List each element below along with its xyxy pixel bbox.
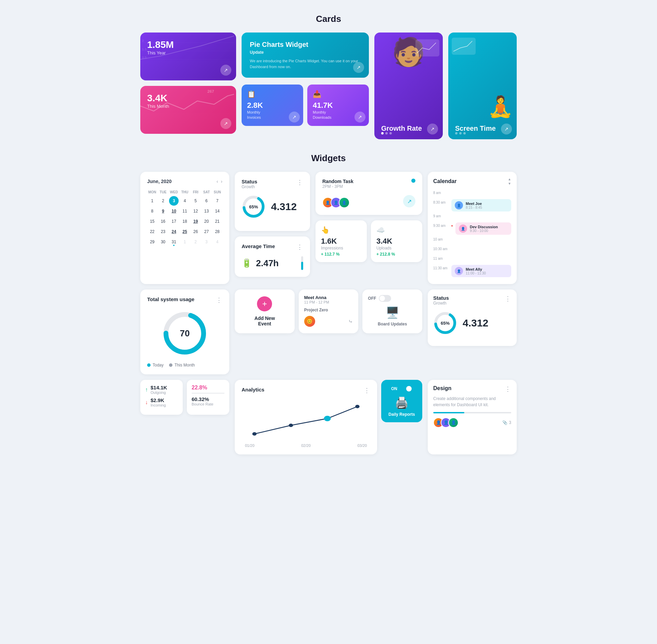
cal-d7[interactable]: 7 <box>212 196 222 206</box>
cal-d19[interactable]: 19 <box>191 217 201 226</box>
design-menu[interactable]: ⋮ <box>505 385 511 393</box>
share-icon[interactable]: ⤷ <box>348 318 353 325</box>
cal-d17[interactable]: 17 <box>169 217 179 226</box>
cal-d-f2[interactable]: 2 <box>191 237 201 247</box>
cal-title: June, 2020 <box>147 179 172 184</box>
timeline-time-11am: 11 am <box>433 255 449 260</box>
cal-d8[interactable]: 8 <box>147 206 157 216</box>
timeline-event-meetally[interactable]: 👤 Meet Ally 11:00 - 11:30 <box>451 265 511 277</box>
cal-d22[interactable]: 22 <box>147 227 157 236</box>
cal-d28[interactable]: 28 <box>212 227 222 236</box>
timeline-event-meetjoe[interactable]: 👤 Meet Joe 8:15 - 8:45 <box>451 199 511 211</box>
daily-reports-widget[interactable]: ON 🖨️ Daily Reports <box>381 380 422 422</box>
off-toggle-header: OFF <box>368 295 417 302</box>
finance-bounce: 22.8% 60.32% Bounce Rate <box>187 380 229 415</box>
cal-d14[interactable]: 14 <box>212 206 222 216</box>
cal-next[interactable]: › <box>221 179 222 184</box>
daily-toggle-switch[interactable] <box>400 385 412 392</box>
screentime-label: Screen Time <box>455 125 496 132</box>
svg-point-17 <box>252 432 257 436</box>
status-sm-menu[interactable]: ⋮ <box>505 295 511 302</box>
cal-d-f3[interactable]: 3 <box>202 237 211 247</box>
pie-widget-title: Pie Charts Widget <box>250 41 361 49</box>
downloads-arrow[interactable]: ↗ <box>355 112 365 123</box>
impressions-icon: 👆 <box>321 226 361 234</box>
cal-d-f4[interactable]: 4 <box>212 237 222 247</box>
cal-d2[interactable]: 2 <box>158 196 168 206</box>
outgoing-item: ↑ $14.1K Outgoing <box>145 385 178 395</box>
downloads-icon: 📥 <box>313 90 363 98</box>
legend-today-label: Today <box>153 363 164 368</box>
daily-toggle-header: ON <box>387 385 417 392</box>
svg-rect-7 <box>415 39 439 56</box>
devdiscussion-title: Dev Discussion <box>470 225 498 229</box>
design-avatars: 👤 👤 👤 <box>433 417 459 428</box>
purple-card-arrow[interactable]: ↗ <box>220 65 231 76</box>
dot-2 <box>385 132 388 134</box>
calendar-small-widget: June, 2020 ‹ › MON TUE WED THU FRI SAT S… <box>140 172 229 284</box>
cal-prev[interactable]: ‹ <box>217 179 218 184</box>
uploads-value: 3.4K <box>376 237 417 246</box>
growth-arrow[interactable]: ↗ <box>427 124 438 134</box>
status-value: 4.312 <box>271 201 297 212</box>
cal-d11[interactable]: 11 <box>180 206 190 216</box>
widgets-row1: June, 2020 ‹ › MON TUE WED THU FRI SAT S… <box>140 172 517 284</box>
cal-d20[interactable]: 20 <box>202 217 211 226</box>
cal-d27[interactable]: 27 <box>202 227 211 236</box>
pink-card-arrow[interactable]: ↗ <box>220 118 231 129</box>
cal-nav[interactable]: ‹ › <box>217 179 222 184</box>
cal-d18[interactable]: 18 <box>180 217 190 226</box>
task-arrow[interactable]: ↗ <box>403 195 415 207</box>
cal-d12[interactable]: 12 <box>191 206 201 216</box>
cal-d6[interactable]: 6 <box>202 196 211 206</box>
cal-d15[interactable]: 15 <box>147 217 157 226</box>
cal-d29[interactable]: 29 <box>147 237 157 247</box>
cal-d3[interactable]: 3 <box>169 196 179 206</box>
cal-d26[interactable]: 26 <box>191 227 201 236</box>
status-menu[interactable]: ⋮ <box>297 179 303 186</box>
pie-widget-arrow[interactable]: ↗ <box>353 62 364 73</box>
purple-card: 2 1.5 0.5 1.85M This Year ↗ <box>140 33 236 80</box>
cal-d-f1[interactable]: 1 <box>180 237 190 247</box>
invoices-arrow[interactable]: ↗ <box>289 112 300 123</box>
avg-time-menu[interactable]: ⋮ <box>297 243 303 251</box>
cal-day-fri: FRI <box>191 189 201 195</box>
cal-timeline-title: Calendar <box>433 178 456 184</box>
cal-d24[interactable]: 24 <box>169 227 179 236</box>
legend-today-dot <box>147 363 151 367</box>
svg-text:267: 267 <box>207 89 214 93</box>
cal-d13[interactable]: 13 <box>202 206 211 216</box>
cal-d1[interactable]: 1 <box>147 196 157 206</box>
cards-col1: 2 1.5 0.5 1.85M This Year ↗ 267 3.4K Thi… <box>140 33 236 134</box>
pie-widget-desc: We are introducing the Pie Charts Widget… <box>250 58 361 69</box>
downloads-card: 📥 41.7K MonthlyDownloads ↗ <box>307 85 369 126</box>
screentime-arrow[interactable]: ↗ <box>501 124 512 134</box>
system-usage-menu[interactable]: ⋮ <box>216 296 222 304</box>
add-event-plus-icon: + <box>257 296 272 311</box>
cal-timeline-nav[interactable]: ▲ ▼ <box>508 177 511 185</box>
svg-text:1.5: 1.5 <box>142 47 147 51</box>
svg-point-19 <box>324 416 331 421</box>
pink-card-label: This Month <box>147 104 229 109</box>
cal-d10[interactable]: 10 <box>169 206 179 216</box>
status-donut: 65% <box>242 195 266 219</box>
cal-d16[interactable]: 16 <box>158 217 168 226</box>
cal-d4[interactable]: 4 <box>180 196 190 206</box>
timeline-event-devdiscussion[interactable]: 👤 Dev Discussion 9:30 - 10:00 <box>455 222 511 235</box>
status-subtitle: Growth <box>242 184 257 189</box>
cal-d9[interactable]: 9 <box>158 206 168 216</box>
cal-d23[interactable]: 23 <box>158 227 168 236</box>
cal-d5[interactable]: 5 <box>191 196 201 206</box>
cal-d21[interactable]: 21 <box>212 217 222 226</box>
status-title-group: Status Growth <box>242 179 257 189</box>
off-toggle-switch[interactable] <box>379 295 391 302</box>
cal-d25[interactable]: 25 <box>180 227 190 236</box>
cal-d30[interactable]: 30 <box>158 237 168 247</box>
analytics-menu[interactable]: ⋮ <box>364 387 370 394</box>
status-sm-value: 4.312 <box>463 317 488 329</box>
add-event-widget[interactable]: + Add New Event <box>235 289 295 333</box>
cal-d31[interactable]: 31 <box>169 237 179 247</box>
avg-time-header: Average Time ⋮ <box>242 243 303 251</box>
cal-grid: MON TUE WED THU FRI SAT SUN 1 2 3 4 5 6 … <box>147 189 222 247</box>
avg-time-value: 2.47h <box>256 258 279 269</box>
